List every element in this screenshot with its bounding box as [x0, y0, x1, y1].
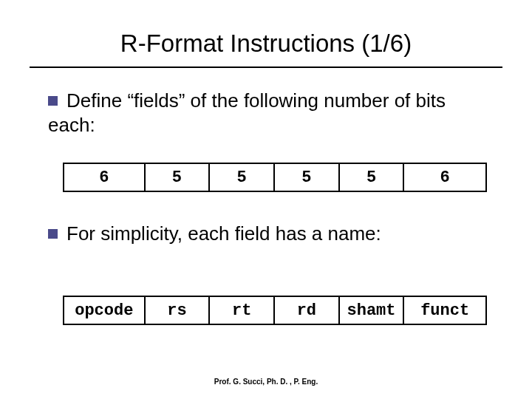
bits-table: 6 5 5 5 5 6 — [63, 163, 487, 192]
square-bullet-icon — [48, 229, 58, 239]
bits-cell: 5 — [340, 164, 405, 191]
bits-cell: 5 — [146, 164, 211, 191]
bits-cell: 6 — [404, 164, 485, 191]
names-cell: rs — [146, 297, 211, 324]
names-cell: rd — [275, 297, 340, 324]
title-underline — [30, 66, 502, 68]
bullet-text-2: For simplicity, each field has a name: — [66, 222, 381, 245]
bits-cell: 5 — [275, 164, 340, 191]
names-table: opcode rs rt rd shamt funct — [63, 296, 487, 325]
slide-title: R-Format Instructions (1/6) — [0, 30, 532, 58]
square-bullet-icon — [48, 96, 58, 106]
bits-cell: 5 — [210, 164, 275, 191]
names-cell: shamt — [340, 297, 405, 324]
names-cell: funct — [404, 297, 485, 324]
names-cell: rt — [210, 297, 275, 324]
bullet-text-1: Define “fields” of the following number … — [48, 89, 446, 136]
bullet-item-1: Define “fields” of the following number … — [48, 89, 491, 137]
names-cell: opcode — [64, 297, 146, 324]
slide: R-Format Instructions (1/6) Define “fiel… — [0, 0, 532, 399]
bits-cell: 6 — [64, 164, 146, 191]
footer: Prof. G. Succi, Ph. D. , P. Eng. — [0, 378, 532, 386]
bullet-item-2: For simplicity, each field has a name: — [48, 222, 491, 246]
